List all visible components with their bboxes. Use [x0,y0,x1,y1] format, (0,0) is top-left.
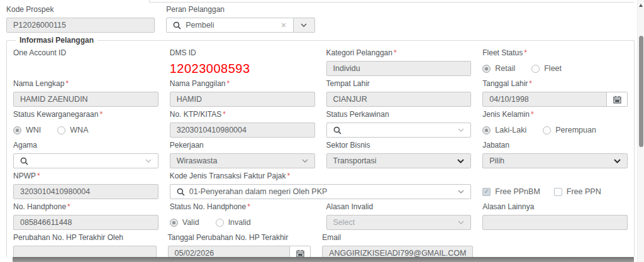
free-ppnbm-checkbox[interactable]: Free PPnBM [482,187,540,196]
field-one-account-id: One Account ID [13,48,158,76]
field-jenis-kelamin: Jenis Kelamin* Laki-Laki Perempuan [482,110,628,138]
required-asterisk: * [247,202,250,211]
chevron-down-icon [458,221,464,224]
radio-wni[interactable]: WNI [13,126,41,134]
field-jabatan: Jabatan Pilih [482,141,628,168]
agama-combobox[interactable] [13,153,158,168]
radio-icon [170,219,178,227]
jabatan-value: Pilih [489,156,504,165]
alasan-invalid-placeholder: Select [333,218,355,227]
radio-perempuan[interactable]: Perempuan [543,126,596,134]
field-pekerjaan: Pekerjaan Wiraswasta [170,141,315,168]
tempat-lahir-label: Tempat Lahir [326,79,472,88]
required-asterisk: * [223,110,226,119]
field-tanggal-lahir: Tanggal Lahir* 04/10/1998 [482,79,628,107]
clear-icon[interactable]: ✕ [280,22,286,29]
kode-prospek-input: P12026000115 [6,18,155,33]
nama-panggilan-label: Nama Panggilan* [170,79,315,88]
kode-prospek-label: Kode Prospek [6,5,155,14]
status-no-handphone-radio-group: Valid Invalid [170,215,315,230]
field-fleet-status: Fleet Status* Retail Fleet [482,48,628,76]
status-no-handphone-label: Status No. Handphone* [170,202,315,211]
pekerjaan-value: Wiraswasta [177,156,218,165]
row-tax: NPWP* 3203010410980004 Kode Jenis Transa… [13,172,628,199]
kode-jenis-transaksi-value: 01-Penyerahan dalam negeri Oleh PKP [189,187,454,196]
fleet-status-radio-group: Retail Fleet [482,61,628,76]
required-asterisk: * [287,172,291,180]
scroll-up-arrow-icon[interactable] [639,4,643,7]
fleet-status-label: Fleet Status* [482,48,628,57]
npwp-label: NPWP* [13,172,158,180]
no-handphone-label: No. Handphone* [13,202,158,211]
tanggal-perubahan-no-hp-label: Tanggal Perubahan No. HP Terakhir [168,233,311,242]
status-perkawinan-label: Status Perkawinan [326,110,472,119]
required-asterisk: * [226,79,230,88]
field-peran-pelanggan: Peran Pelanggan Pembeli ✕ [166,5,314,33]
tempat-lahir-input: CIANJUR [326,92,472,107]
sektor-bisnis-value: Transportasi [333,156,377,165]
horizontal-scrollbar[interactable] [13,257,634,262]
informasi-pelanggan-section: Informasi Pelanggan One Account ID DMS I… [6,36,635,257]
kode-jenis-transaksi-combobox[interactable]: 01-Penyerahan dalam negeri Oleh PKP [170,184,472,199]
tanggal-lahir-input: 04/10/1998 [482,92,607,107]
top-row: Kode Prospek P12026000115 Peran Pelangga… [6,5,635,33]
jabatan-select[interactable]: Pilih [482,153,628,168]
customer-form-page: Kode Prospek P12026000115 Peran Pelangga… [0,0,644,262]
field-npwp: NPWP* 3203010410980004 [13,172,158,199]
search-icon [177,188,185,196]
radio-laki-laki[interactable]: Laki-Laki [482,126,526,134]
row-name: Nama Lengkap* HAMID ZAENUDIN Nama Panggi… [13,79,628,107]
field-nama-panggilan: Nama Panggilan* HAMID [170,79,315,107]
kode-jenis-transaksi-label: Kode Jenis Transaksi Faktur Pajak* [170,172,472,180]
field-free-tax-checkboxes: Free PPnBM Free PPN [482,172,628,199]
peran-pelanggan-value: Pembeli [186,21,276,30]
radio-fleet[interactable]: Fleet [531,64,562,73]
peran-pelanggan-label: Peran Pelanggan [166,5,314,14]
radio-valid[interactable]: Valid [170,218,199,227]
email-label: Email [322,233,473,242]
top-row-spacer-2 [486,5,635,33]
jabatan-label: Jabatan [482,141,628,150]
vertical-scrollbar[interactable] [637,0,644,262]
chevron-down-icon [614,159,621,163]
peran-pelanggan-dropdown-button[interactable] [294,18,315,33]
jenis-kelamin-radio-group: Laki-Laki Perempuan [482,123,628,138]
required-asterisk: * [394,48,397,57]
checkbox-checked-icon [482,188,491,196]
required-asterisk: * [531,110,534,119]
free-ppn-checkbox[interactable]: Free PPN [554,187,601,196]
chevron-down-icon [301,23,307,27]
pekerjaan-select[interactable]: Wiraswasta [170,153,315,168]
required-asterisk: * [65,79,69,88]
field-status-kewarganegaraan: Status Kewarganegaraan* WNI WNA [13,110,158,138]
radio-icon [13,126,21,134]
field-tempat-lahir: Tempat Lahir CIANJUR [326,79,472,107]
jenis-kelamin-label: Jenis Kelamin* [482,110,628,119]
field-agama: Agama [13,141,158,168]
peran-pelanggan-input[interactable]: Pembeli ✕ [166,18,293,33]
tanggal-lahir-calendar-button[interactable] [607,92,628,107]
search-icon [333,126,341,134]
chevron-down-icon [145,159,152,163]
radio-retail[interactable]: Retail [482,64,515,73]
scrollbar-thumb[interactable] [639,36,643,147]
no-handphone-input: 085846611448 [13,215,158,230]
alasan-invalid-select: Select [326,215,472,230]
radio-icon [543,126,551,134]
checkbox-row-spacer [482,172,628,180]
field-status-no-handphone: Status No. Handphone* Valid Invalid [170,202,315,230]
checkbox-unchecked-icon [554,188,562,196]
status-perkawinan-combobox[interactable] [326,123,472,138]
radio-wna[interactable]: WNA [57,126,88,134]
row-occupation: Agama Pekerjaan Wiraswasta Sektor Bi [13,141,628,168]
peran-pelanggan-combobox[interactable]: Pembeli ✕ [166,18,314,33]
no-ktp-kitas-label: No. KTP/KITAS* [170,110,315,119]
kategori-pelanggan-label: Kategori Pelanggan* [326,48,472,57]
chevron-down-icon [302,159,308,163]
field-kode-prospek: Kode Prospek P12026000115 [6,5,155,33]
radio-invalid[interactable]: Invalid [216,218,251,227]
form-content: Kode Prospek P12026000115 Peran Pelangga… [6,5,635,257]
field-nama-lengkap: Nama Lengkap* HAMID ZAENUDIN [13,79,158,107]
sektor-bisnis-select[interactable]: Transportasi [326,153,472,168]
pekerjaan-label: Pekerjaan [170,141,315,150]
